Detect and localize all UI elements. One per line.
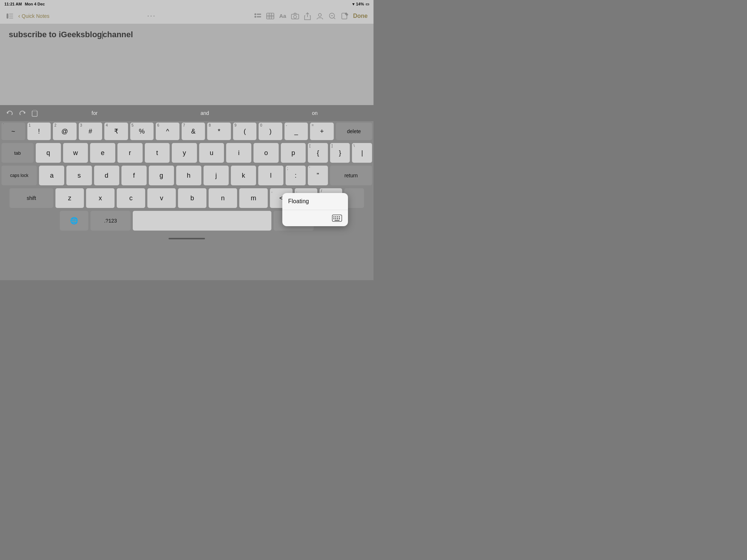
key-hash-3[interactable]: 3 # <box>79 123 102 140</box>
svg-point-15 <box>318 13 321 16</box>
key-percent-5[interactable]: 5 % <box>130 123 154 140</box>
key-w[interactable]: w <box>63 143 88 163</box>
svg-point-14 <box>294 15 297 18</box>
key-colon[interactable]: ; : <box>286 166 306 185</box>
key-e[interactable]: e <box>90 143 115 163</box>
status-date: Mon 4 Dec <box>25 2 45 6</box>
back-label: Quick Notes <box>22 13 49 19</box>
svg-line-18 <box>334 18 335 19</box>
key-tilde-backtick[interactable]: ` ~ <box>1 123 25 140</box>
camera-icon[interactable] <box>291 12 299 20</box>
svg-rect-3 <box>9 18 13 19</box>
globe-key[interactable]: 🌐 <box>60 211 88 231</box>
return-key[interactable]: return <box>330 166 372 185</box>
prediction-words: for and on <box>40 109 369 117</box>
key-v[interactable]: v <box>147 188 176 208</box>
key-l[interactable]: l <box>258 166 283 185</box>
svg-rect-2 <box>9 15 13 16</box>
key-p[interactable]: p <box>281 143 306 163</box>
key-rparen-0[interactable]: 0 ) <box>259 123 282 140</box>
toolbar-right: Aa <box>254 12 368 20</box>
shift-key[interactable]: shift <box>9 188 53 208</box>
more-options-icon[interactable]: ··· <box>147 12 156 20</box>
key-m[interactable]: m <box>239 188 268 208</box>
svg-rect-28 <box>335 218 336 219</box>
toolbar-center: ··· <box>147 12 156 20</box>
redo-button[interactable] <box>17 108 28 119</box>
key-at-2[interactable]: 2 @ <box>53 123 77 140</box>
key-o[interactable]: o <box>253 143 279 163</box>
key-d[interactable]: d <box>94 166 119 185</box>
svg-rect-24 <box>335 216 336 217</box>
key-f[interactable]: f <box>121 166 147 185</box>
table-icon[interactable] <box>266 12 274 20</box>
svg-point-4 <box>255 13 256 15</box>
prediction-word-2[interactable]: and <box>196 109 213 117</box>
format-list-icon[interactable] <box>254 12 262 20</box>
key-i[interactable]: i <box>226 143 251 163</box>
zoom-icon[interactable] <box>328 12 336 20</box>
key-s[interactable]: s <box>66 166 92 185</box>
svg-rect-29 <box>337 218 338 219</box>
svg-rect-27 <box>333 218 334 219</box>
svg-rect-21 <box>33 110 36 112</box>
key-r[interactable]: r <box>117 143 143 163</box>
floating-menu-item[interactable]: Floating <box>282 193 348 210</box>
person-icon[interactable] <box>316 12 324 20</box>
note-overlay <box>0 24 374 105</box>
key-j[interactable]: j <box>204 166 229 185</box>
key-c[interactable]: c <box>117 188 145 208</box>
tab-key[interactable]: tab <box>1 143 34 163</box>
key-rbrace[interactable]: ] } <box>330 143 350 163</box>
delete-key[interactable]: delete <box>336 123 372 140</box>
key-y[interactable]: y <box>172 143 197 163</box>
keyboard-icon <box>332 215 342 222</box>
key-h[interactable]: h <box>176 166 201 185</box>
key-b[interactable]: b <box>178 188 206 208</box>
key-star-8[interactable]: 8 * <box>207 123 231 140</box>
paste-button[interactable] <box>29 108 40 119</box>
svg-rect-26 <box>339 216 340 217</box>
svg-rect-30 <box>339 218 340 219</box>
key-x[interactable]: x <box>86 188 115 208</box>
done-button[interactable]: Done <box>353 13 368 19</box>
svg-rect-8 <box>267 13 274 19</box>
key-n[interactable]: n <box>209 188 237 208</box>
key-dquote[interactable]: ' " <box>308 166 328 185</box>
prediction-word-3[interactable]: on <box>307 109 322 117</box>
compose-icon[interactable] <box>341 12 349 20</box>
key-a[interactable]: a <box>39 166 64 185</box>
undo-button[interactable] <box>4 108 15 119</box>
key-lbrace[interactable]: [ { <box>308 143 328 163</box>
key-u[interactable]: u <box>199 143 224 163</box>
prediction-word-1[interactable]: for <box>87 109 102 117</box>
text-format-icon[interactable]: Aa <box>279 12 287 20</box>
key-rupee-4[interactable]: 4 ₹ <box>104 123 128 140</box>
key-underscore-minus[interactable]: - _ <box>285 123 308 140</box>
status-left: 11:21 AM Mon 4 Dec <box>4 2 45 6</box>
tab-label: tab <box>14 150 21 156</box>
key-z[interactable]: z <box>55 188 84 208</box>
svg-rect-5 <box>257 13 261 15</box>
key-q[interactable]: q <box>36 143 61 163</box>
notes-toolbar: ‹ Quick Notes ··· Aa <box>0 8 374 24</box>
key-exclaim-1[interactable]: 1 ! <box>27 123 51 140</box>
space-key[interactable] <box>133 211 271 231</box>
shift-label: shift <box>27 195 36 201</box>
back-button[interactable]: ‹ Quick Notes <box>18 13 50 19</box>
caps-lock-label: caps lock <box>10 173 28 178</box>
key-plus-equals[interactable]: = + <box>310 123 334 140</box>
battery-percent: 14% <box>356 2 364 6</box>
key-g[interactable]: g <box>149 166 174 185</box>
share-icon[interactable] <box>303 12 311 20</box>
caps-lock-key[interactable]: caps lock <box>1 166 37 185</box>
sidebar-toggle-button[interactable] <box>6 12 14 20</box>
key-k[interactable]: k <box>231 166 256 185</box>
floating-keyboard-item[interactable] <box>282 210 348 226</box>
key-amp-7[interactable]: 7 & <box>182 123 205 140</box>
key-t[interactable]: t <box>145 143 170 163</box>
key-caret-6[interactable]: 6 ^ <box>156 123 179 140</box>
key-pipe[interactable]: \ | <box>352 143 372 163</box>
num-switch-key-left[interactable]: .?123 <box>90 211 131 231</box>
key-lparen-9[interactable]: 9 ( <box>233 123 257 140</box>
